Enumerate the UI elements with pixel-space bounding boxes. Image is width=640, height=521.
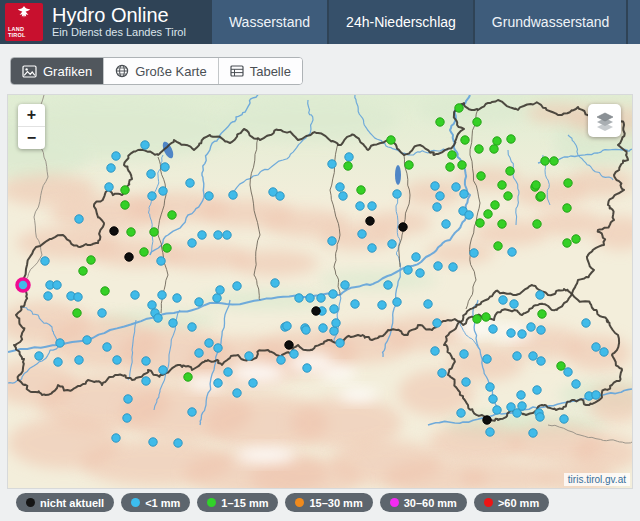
station-marker-cyan[interactable] [592,343,600,351]
station-marker-green[interactable] [484,210,492,218]
station-marker-cyan[interactable] [341,281,349,289]
station-marker-cyan[interactable] [233,282,241,290]
station-marker-green[interactable] [498,181,506,189]
station-marker-cyan[interactable] [449,263,457,271]
station-marker-green[interactable] [538,310,546,318]
station-marker-cyan[interactable] [529,429,537,437]
station-marker-cyan[interactable] [457,409,465,417]
station-marker-cyan[interactable] [378,301,386,309]
station-marker-cyan[interactable] [600,348,608,356]
station-marker-cyan[interactable] [53,281,61,289]
station-marker-cyan[interactable] [513,409,521,417]
station-marker-cyan[interactable] [188,408,196,416]
station-marker-cyan[interactable] [159,187,167,195]
station-marker-green[interactable] [455,104,463,112]
station-marker-green[interactable] [491,201,499,209]
station-marker-cyan[interactable] [214,344,222,352]
station-marker-cyan[interactable] [529,352,537,360]
station-marker-green[interactable] [446,163,454,171]
station-marker-cyan[interactable] [582,319,590,327]
station-marker-green[interactable] [357,186,365,194]
station-marker-cyan[interactable] [195,298,203,306]
station-marker-cyan[interactable] [142,357,150,365]
station-marker-cyan[interactable] [518,330,526,338]
station-marker-cyan[interactable] [205,339,213,347]
station-marker-cyan[interactable] [317,294,325,302]
station-marker-cyan[interactable] [186,179,194,187]
station-marker-green[interactable] [475,145,483,153]
station-marker-green[interactable] [541,157,549,165]
station-marker-green[interactable] [482,313,490,321]
station-marker-black[interactable] [285,341,293,349]
station-marker-cyan[interactable] [465,211,473,219]
station-marker-green[interactable] [121,186,129,194]
station-marker-cyan[interactable] [330,305,338,313]
station-marker-cyan[interactable] [564,368,572,376]
station-marker-cyan[interactable] [332,319,340,327]
toolbar-button-tabelle[interactable]: Tabelle [218,58,302,84]
station-marker-cyan[interactable] [205,192,213,200]
layers-button[interactable] [588,104,621,137]
station-marker-green[interactable] [73,309,81,317]
station-marker-cyan[interactable] [508,248,516,256]
station-marker-cyan[interactable] [328,237,336,245]
station-marker-green[interactable] [448,151,456,159]
station-marker-cyan[interactable] [513,352,521,360]
station-marker-cyan[interactable] [393,298,401,306]
station-marker-cyan[interactable] [283,322,291,330]
station-marker-green[interactable] [127,228,135,236]
station-marker-green[interactable] [184,373,192,381]
station-marker-cyan[interactable] [460,350,468,358]
station-marker-cyan[interactable] [486,428,494,436]
station-marker-cyan[interactable] [245,352,253,360]
station-marker-cyan[interactable] [271,279,279,287]
station-marker-cyan[interactable] [470,249,478,257]
station-marker-cyan[interactable] [295,294,303,302]
toolbar-button-grafiken[interactable]: Grafiken [11,58,103,84]
map-canvas[interactable] [8,95,632,488]
station-marker-green[interactable] [473,315,481,323]
station-marker-cyan[interactable] [35,352,43,360]
station-marker-cyan[interactable] [368,244,376,252]
station-marker-green[interactable] [150,228,158,236]
station-marker-green[interactable] [387,136,395,144]
station-marker-green[interactable] [163,244,171,252]
station-marker-cyan[interactable] [148,301,156,309]
station-marker-green[interactable] [557,362,565,370]
station-marker-green[interactable] [140,248,148,256]
station-marker-green[interactable] [506,167,514,175]
zoom-in-button[interactable]: + [18,104,45,126]
station-marker-cyan[interactable] [302,326,310,334]
station-marker-cyan[interactable] [493,406,501,414]
station-marker-green[interactable] [101,287,109,295]
station-marker-green[interactable] [168,211,176,219]
station-marker-cyan[interactable] [431,182,439,190]
station-marker-cyan[interactable] [433,319,441,327]
station-marker-cyan[interactable] [537,357,545,365]
station-marker-cyan[interactable] [290,350,298,358]
station-marker-cyan[interactable] [83,336,91,344]
station-marker-cyan[interactable] [384,281,392,289]
station-marker-cyan[interactable] [537,326,545,334]
station-marker-cyan[interactable] [442,220,450,228]
station-marker-green[interactable] [550,157,558,165]
station-marker-cyan[interactable] [592,391,600,399]
station-marker-cyan[interactable] [188,239,196,247]
station-marker-cyan[interactable] [75,356,83,364]
station-marker-black[interactable] [399,223,407,231]
station-marker-cyan[interactable] [229,191,237,199]
map[interactable]: + − tiris.tirol.gv.at [8,95,632,488]
station-marker-cyan[interactable] [214,231,222,239]
station-marker-green[interactable] [436,118,444,126]
station-marker-cyan[interactable] [174,439,182,447]
station-marker-cyan[interactable] [44,292,52,300]
station-marker-black[interactable] [366,217,374,225]
tab-niederschlag[interactable]: 24h-Niederschlag [329,0,473,44]
station-marker-cyan[interactable] [56,339,64,347]
station-marker-cyan[interactable] [336,339,344,347]
station-marker-cyan[interactable] [188,323,196,331]
station-marker-cyan[interactable] [98,309,106,317]
station-marker-selected[interactable] [17,279,29,291]
station-marker-cyan[interactable] [499,296,507,304]
station-marker-cyan[interactable] [112,152,120,160]
